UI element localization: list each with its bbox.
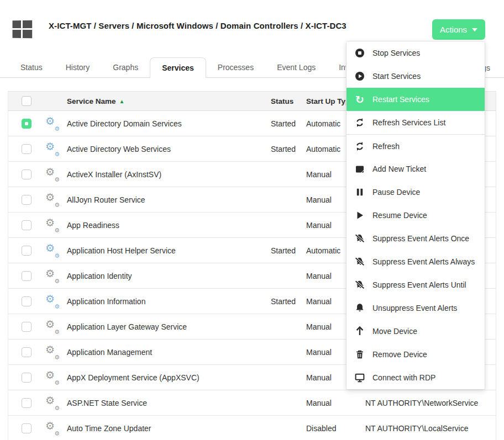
service-name-cell: App Readiness (67, 213, 119, 237)
sort-asc-icon: ▲ (119, 98, 125, 104)
service-name-cell: ASP.NET State Service (67, 390, 147, 415)
row-checkbox[interactable] (22, 423, 32, 433)
service-gear-icon: ⚙⚙ (45, 344, 59, 360)
bell-slash-icon (354, 233, 366, 244)
menu-item-suppress-event-alerts-always[interactable]: Suppress Event Alerts Always (347, 250, 485, 273)
menu-item-resume-device[interactable]: Resume Device (347, 204, 485, 227)
row-checkbox[interactable] (22, 169, 32, 179)
breadcrumb[interactable]: X-ICT-MGT / Servers / Microsoft Windows … (49, 17, 347, 34)
column-header-service-name[interactable]: Service Name ▲ (67, 92, 124, 110)
status-cell: Started (271, 111, 296, 136)
tab-event-logs[interactable]: Event Logs (265, 57, 327, 77)
actions-button[interactable]: Actions (432, 19, 485, 40)
service-gear-icon: ⚙⚙ (45, 167, 59, 182)
menu-item-start-services[interactable]: Start Services (347, 65, 485, 88)
service-gear-icon: ⚙⚙ (45, 370, 59, 385)
log-on-as-cell: NT AUTHORITY\LocalService (365, 416, 468, 440)
tab-services[interactable]: Services (150, 57, 206, 78)
row-checkbox[interactable] (22, 144, 32, 154)
menu-item-move-device[interactable]: Move Device (347, 320, 485, 343)
service-name-cell: Application Layer Gateway Service (67, 314, 187, 339)
service-gear-icon: ⚙⚙ (45, 294, 59, 309)
menu-item-connect-with-rdp[interactable]: Connect with RDP (347, 366, 485, 389)
menu-item-remove-device[interactable]: Remove Device (347, 343, 485, 366)
tab-processes[interactable]: Processes (206, 57, 265, 77)
log-on-as-cell: NT AUTHORITY\NetworkService (365, 390, 478, 415)
play-icon (354, 210, 366, 221)
service-name-cell: Application Information (67, 289, 145, 314)
menu-item-restart-services[interactable]: ↻ Restart Services (347, 88, 485, 111)
row-checkbox[interactable] (22, 119, 32, 129)
menu-item-refresh[interactable]: Refresh (347, 134, 485, 157)
row-checkbox[interactable] (22, 322, 32, 332)
startup-type-cell: Manual (306, 340, 332, 364)
menu-item-stop-services[interactable]: Stop Services (347, 41, 485, 65)
startup-type-cell: Automatic (306, 238, 340, 263)
menu-item-suppress-event-alerts-once[interactable]: Suppress Event Alerts Once (347, 227, 485, 250)
row-checkbox[interactable] (22, 220, 32, 230)
select-all-checkbox[interactable] (22, 96, 32, 106)
menu-item-unsuppress-event-alerts[interactable]: Unsuppress Event Alerts (347, 296, 485, 320)
service-name-cell: AppX Deployment Service (AppXSVC) (67, 365, 200, 390)
tab-graphs[interactable]: Graphs (101, 57, 150, 77)
restart-icon: ↻ (354, 94, 366, 105)
startup-type-cell: Manual (306, 263, 332, 288)
service-gear-icon: ⚙⚙ (45, 319, 59, 335)
startup-type-cell: Manual (306, 365, 332, 390)
stop-circle-icon (354, 47, 366, 59)
startup-type-cell: Manual (306, 213, 332, 237)
service-gear-icon: ⚙⚙ (45, 243, 59, 258)
startup-type-cell: Disabled (306, 416, 336, 440)
startup-type-cell: Automatic (306, 136, 340, 161)
row-checkbox[interactable] (22, 246, 32, 256)
service-name-cell: Application Host Helper Service (67, 238, 176, 263)
service-name-cell: AllJoyn Router Service (67, 187, 145, 212)
service-name-cell: Auto Time Zone Updater (67, 416, 151, 440)
column-header-status[interactable]: Status (271, 92, 293, 110)
startup-type-cell: Manual (306, 289, 332, 314)
bell-icon (354, 303, 366, 314)
tab-status[interactable]: Status (9, 57, 54, 77)
startup-type-cell: Manual (306, 314, 332, 339)
row-checkbox[interactable] (22, 347, 32, 357)
service-gear-icon: ⚙⚙ (45, 116, 59, 131)
menu-item-add-new-ticket[interactable]: Add New Ticket (347, 157, 485, 181)
bell-slash-icon (354, 256, 366, 267)
row-checkbox[interactable] (22, 398, 32, 408)
arrow-up-icon (354, 326, 366, 337)
startup-type-cell: Automatic (306, 111, 340, 136)
service-name-cell: Active Directory Web Services (67, 136, 171, 161)
service-gear-icon: ⚙⚙ (45, 141, 59, 157)
menu-item-pause-device[interactable]: Pause Device (347, 181, 485, 204)
service-gear-icon: ⚙⚙ (45, 218, 59, 233)
service-name-cell: ActiveX Installer (AxInstSV) (67, 162, 161, 187)
service-name-cell: Application Management (67, 340, 152, 364)
monitor-icon (354, 372, 366, 383)
service-name-cell: Application Identity (67, 263, 132, 288)
row-checkbox[interactable] (22, 373, 32, 383)
startup-type-cell: Manual (306, 187, 332, 212)
service-gear-icon: ⚙⚙ (45, 268, 59, 284)
menu-item-suppress-event-alerts-until[interactable]: Suppress Event Alerts Until (347, 273, 485, 296)
caret-down-icon (472, 28, 477, 31)
service-gear-icon: ⚙⚙ (45, 421, 59, 436)
table-row[interactable]: ⚙⚙ ASP.NET State Service Manual NT AUTHO… (8, 390, 496, 416)
table-row[interactable]: ⚙⚙ Auto Time Zone Updater Disabled NT AU… (8, 416, 496, 440)
startup-type-cell: Manual (306, 162, 332, 187)
row-checkbox[interactable] (22, 195, 32, 205)
service-gear-icon: ⚙⚙ (45, 395, 59, 411)
play-circle-icon (354, 71, 366, 82)
tab-history[interactable]: History (54, 57, 102, 77)
service-name-cell: Active Directory Domain Services (67, 111, 182, 136)
startup-type-cell: Manual (306, 390, 332, 415)
menu-item-refresh-services-list[interactable]: Refresh Services List (347, 111, 485, 134)
bell-slash-icon (354, 279, 366, 290)
row-checkbox[interactable] (22, 271, 32, 281)
ticket-note-icon (354, 163, 366, 174)
windows-logo-icon (13, 20, 33, 39)
row-checkbox[interactable] (22, 296, 32, 306)
trash-icon (354, 349, 366, 360)
status-cell: Started (271, 136, 296, 161)
service-gear-icon: ⚙⚙ (45, 192, 59, 208)
status-cell: Started (271, 289, 296, 314)
